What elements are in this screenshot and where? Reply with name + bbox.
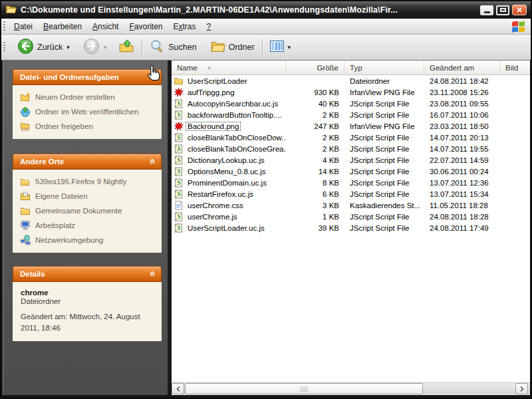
file-row[interactable]: SbackforwardButtonTooltip....2 KBJScript… bbox=[172, 109, 530, 120]
file-name[interactable]: Backround.png bbox=[186, 122, 240, 130]
file-name[interactable]: OptionsMenu_0.8.uc.js bbox=[186, 168, 267, 176]
column-header-name[interactable]: Name▲ bbox=[172, 61, 286, 74]
file-name-cell[interactable]: SUserScriptLoader.uc.js bbox=[172, 223, 286, 233]
menu-item-label: D bbox=[14, 22, 20, 31]
file-name[interactable]: backforwardButtonTooltip.... bbox=[186, 111, 283, 119]
file-name-cell[interactable]: UserScriptLoader bbox=[172, 76, 286, 86]
file-row[interactable]: SRestartFirefox.uc.js6 KBJScript Script … bbox=[172, 188, 530, 200]
chevron-up-icon[interactable] bbox=[149, 268, 156, 280]
scroll-thumb[interactable] bbox=[185, 383, 423, 394]
search-button[interactable]: Suchen bbox=[146, 37, 200, 59]
views-button[interactable]: ▾ bbox=[267, 39, 295, 57]
up-button[interactable] bbox=[115, 36, 138, 59]
file-name-cell[interactable]: SProminentDomain.uc.js bbox=[172, 178, 286, 188]
sidebar-item-neuen-ordner-erstellen[interactable]: Neuen Ordner erstellen bbox=[18, 90, 158, 104]
file-row[interactable]: SProminentDomain.uc.js8 KBJScript Script… bbox=[172, 177, 530, 188]
file-row[interactable]: SAutocopyinSearchbar.uc.js40 KBJScript S… bbox=[172, 98, 530, 109]
menu-item-ansicht[interactable]: Ansicht bbox=[87, 20, 124, 33]
chevron-up-icon[interactable] bbox=[149, 71, 156, 83]
file-name-cell[interactable]: SAutocopyinSearchbar.uc.js bbox=[172, 98, 286, 108]
toolbar-separator bbox=[142, 39, 142, 56]
file-name[interactable]: closeBlankTabOnCloseGrea... bbox=[186, 145, 286, 153]
file-row[interactable]: UserScriptLoaderDateiordner24.08.2011 18… bbox=[172, 75, 530, 86]
sidebar-item-ordner-freigeben[interactable]: Ordner freigeben bbox=[18, 119, 158, 134]
menu-item-hilfe[interactable]: ? bbox=[201, 20, 217, 33]
my-documents-icon bbox=[19, 191, 31, 202]
file-name[interactable]: AutocopyinSearchbar.uc.js bbox=[186, 100, 279, 108]
jscript-icon: S bbox=[174, 211, 184, 221]
file-name[interactable]: userChrome.css bbox=[186, 201, 245, 209]
chevron-up-icon[interactable] bbox=[149, 156, 156, 168]
sidebar-item-eigene-dateien[interactable]: Eigene Dateien bbox=[18, 189, 158, 203]
scroll-right-button[interactable] bbox=[515, 383, 528, 394]
close-button[interactable]: ✕ bbox=[512, 5, 527, 15]
sidebar-item-netzwerkumgebung[interactable]: Netzwerkumgebung bbox=[18, 233, 158, 247]
folder-up-icon bbox=[118, 38, 134, 57]
file-row[interactable]: userChrome.css3 KBKaskadierendes St...11… bbox=[172, 200, 530, 211]
file-name-cell[interactable]: aufTripgg.png bbox=[172, 87, 286, 97]
file-name[interactable]: UserScriptLoader bbox=[186, 77, 248, 85]
file-row[interactable]: SuserChrome.js1 KBJScript Script File24.… bbox=[172, 211, 530, 222]
chevron-down-icon[interactable]: ▾ bbox=[104, 44, 107, 51]
file-row[interactable]: SOptionsMenu_0.8.uc.js14 KBJScript Scrip… bbox=[172, 166, 530, 177]
minimize-button[interactable] bbox=[480, 5, 493, 15]
file-name-cell[interactable]: Backround.png bbox=[172, 121, 286, 131]
panel-header-other-places[interactable]: Andere Orte bbox=[13, 154, 162, 170]
file-name[interactable]: ProminentDomain.uc.js bbox=[186, 179, 268, 187]
sidebar-item-539ea195-firefox-9-nightly[interactable]: 539ea195.Firefox 9 Nightly bbox=[18, 174, 158, 189]
svg-text:S: S bbox=[177, 179, 181, 186]
column-header-ge-ndert-am[interactable]: Geändert am bbox=[424, 61, 500, 74]
sidebar-item-label: Ordner freigeben bbox=[35, 122, 93, 130]
file-row[interactable]: ScloseBlankTabOnCloseGrea...2 KBJScript … bbox=[172, 143, 530, 154]
file-name[interactable]: RestartFirefox.uc.js bbox=[186, 190, 255, 198]
chevron-down-icon[interactable]: ▾ bbox=[66, 44, 70, 51]
menu-item-favoriten[interactable]: Favoriten bbox=[124, 20, 168, 33]
back-button[interactable]: Zurück ▾ bbox=[14, 36, 73, 59]
file-name[interactable]: UserScriptLoader.uc.js bbox=[186, 224, 266, 232]
menu-item-extras[interactable]: Extras bbox=[168, 20, 201, 33]
file-row[interactable]: SUserScriptLoader.uc.js39 KBJScript Scri… bbox=[172, 222, 530, 233]
file-name-cell[interactable]: userChrome.css bbox=[172, 200, 286, 210]
file-type: IrfanView PNG File bbox=[344, 88, 424, 96]
file-name-cell[interactable]: SOptionsMenu_0.8.uc.js bbox=[172, 166, 286, 176]
column-header-bild[interactable]: Bild bbox=[500, 61, 530, 74]
column-header-typ[interactable]: Typ bbox=[344, 61, 424, 74]
sidebar-item-ordner-im-web-ver-ffentlichen[interactable]: Ordner im Web veröffentlichen bbox=[18, 104, 158, 119]
toolbar-grip[interactable] bbox=[3, 21, 5, 32]
menu-item-datei[interactable]: Datei bbox=[9, 20, 38, 33]
file-name[interactable]: DictionaryLookup.uc.js bbox=[186, 156, 266, 164]
file-name-cell[interactable]: SDictionaryLookup.uc.js bbox=[172, 155, 286, 165]
toolbar-grip[interactable] bbox=[3, 42, 5, 53]
horizontal-scrollbar[interactable] bbox=[172, 382, 530, 394]
folders-button[interactable]: Ordner bbox=[207, 37, 258, 57]
sidebar-item-gemeinsame-dokumente[interactable]: Gemeinsame Dokumente bbox=[18, 203, 158, 218]
file-name-cell[interactable]: ScloseBlankTabOnCloseGrea... bbox=[172, 144, 286, 154]
sidebar-item-arbeitsplatz[interactable]: Arbeitsplatz bbox=[18, 218, 158, 233]
file-name-cell[interactable]: SbackforwardButtonTooltip.... bbox=[172, 110, 286, 120]
forward-button[interactable]: ▾ bbox=[80, 36, 110, 59]
file-row[interactable]: ScloseBlankTabOnCloseDow...2 KBJScript S… bbox=[172, 132, 530, 143]
file-row[interactable]: Backround.png247 KBIrfanView PNG File23.… bbox=[172, 120, 530, 132]
chevron-down-icon[interactable]: ▾ bbox=[288, 44, 291, 51]
column-header-gr-e[interactable]: Größe bbox=[286, 61, 344, 74]
file-modified: 30.06.2011 00:24 bbox=[424, 168, 500, 176]
scroll-left-button[interactable] bbox=[172, 383, 184, 394]
panel-header-file-tasks[interactable]: Datei- und Ordneraufgaben bbox=[13, 69, 162, 85]
details-folder-type: Dateiordner bbox=[18, 297, 158, 311]
file-type: Kaskadierendes St... bbox=[344, 201, 424, 209]
file-name[interactable]: aufTripgg.png bbox=[186, 88, 236, 96]
menu-item-bearbeiten[interactable]: Bearbeiten bbox=[38, 20, 87, 33]
file-size: 6 KB bbox=[286, 190, 344, 198]
file-name[interactable]: closeBlankTabOnCloseDow... bbox=[186, 134, 286, 142]
file-row[interactable]: aufTripgg.png930 KBIrfanView PNG File23.… bbox=[172, 86, 530, 98]
maximize-button[interactable] bbox=[496, 5, 509, 15]
title-bar[interactable]: C:\Dokumente und Einstellungen\Martin_2.… bbox=[1, 1, 531, 19]
file-name[interactable]: userChrome.js bbox=[186, 213, 239, 221]
file-name-cell[interactable]: SRestartFirefox.uc.js bbox=[172, 189, 286, 199]
file-size: 2 KB bbox=[286, 145, 344, 153]
file-type: JScript Script File bbox=[344, 145, 424, 153]
file-name-cell[interactable]: SuserChrome.js bbox=[172, 211, 286, 221]
file-name-cell[interactable]: ScloseBlankTabOnCloseDow... bbox=[172, 132, 286, 142]
panel-header-details[interactable]: Details bbox=[13, 266, 162, 282]
file-row[interactable]: SDictionaryLookup.uc.js4 KBJScript Scrip… bbox=[172, 154, 530, 166]
